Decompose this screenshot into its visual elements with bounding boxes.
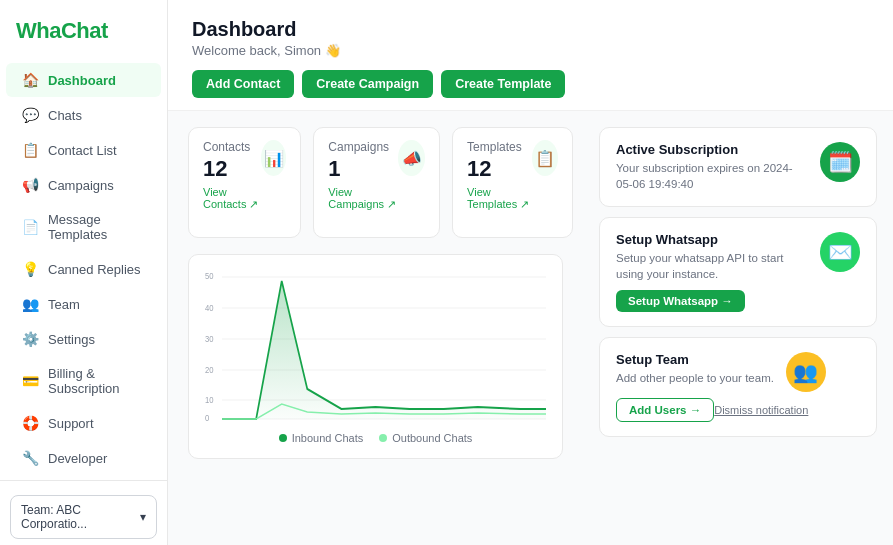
chats-icon: 💬 <box>22 107 38 123</box>
add-users-button[interactable]: Add Users → <box>616 398 714 422</box>
stat-info-contacts: Contacts 12 View Contacts ↗ <box>203 140 261 211</box>
sidebar-item-campaigns[interactable]: 📢Campaigns <box>6 168 161 202</box>
stat-info-campaigns: Campaigns 1 View Campaigns ↗ <box>328 140 398 211</box>
setup-whatsapp-button[interactable]: Setup Whatsapp → <box>616 290 745 312</box>
subscription-card: Active Subscription Your subscription ex… <box>599 127 877 207</box>
sidebar-item-label: Billing & Subscription <box>48 366 145 396</box>
whatsapp-title: Setup Whatsapp <box>616 232 808 247</box>
stat-link-contacts[interactable]: View Contacts ↗ <box>203 186 261 211</box>
sidebar-item-label: Chats <box>48 108 82 123</box>
team-selector[interactable]: Team: ABC Corporatio... ▾ <box>10 495 157 539</box>
sidebar-item-dashboard[interactable]: 🏠Dashboard <box>6 63 161 97</box>
stat-card-contacts: Contacts 12 View Contacts ↗ 📊 <box>188 127 301 238</box>
stats-row: Contacts 12 View Contacts ↗ 📊 Campaigns … <box>188 127 563 238</box>
page-title: Dashboard <box>192 18 869 41</box>
sidebar-item-label: Contact List <box>48 143 117 158</box>
sidebar-bottom: Team: ABC Corporatio... ▾ SJ Simon Joh..… <box>0 480 167 545</box>
team-footer: Add Users → Dismiss notification <box>616 398 808 422</box>
sidebar-item-developer[interactable]: 🔧Developer <box>6 441 161 475</box>
team-desc: Add other people to your team. <box>616 370 774 386</box>
stat-icon-campaigns: 📣 <box>398 140 425 176</box>
whatsapp-desc: Setup your whatsapp API to start using y… <box>616 250 808 282</box>
svg-text:0: 0 <box>205 412 210 423</box>
svg-marker-12 <box>222 281 546 419</box>
sidebar-nav: 🏠Dashboard💬Chats📋Contact List📢Campaigns📄… <box>0 58 167 480</box>
dismiss-button[interactable]: Dismiss notification <box>714 404 808 416</box>
whatsapp-content: Setup Whatsapp Setup your whatsapp API t… <box>616 232 808 312</box>
sidebar-item-billing[interactable]: 💳Billing & Subscription <box>6 357 161 405</box>
chevron-down-icon: ▾ <box>140 510 146 524</box>
stat-label-templates: Templates <box>467 140 532 154</box>
legend-outbound: Outbound Chats <box>379 432 472 444</box>
stat-card-campaigns: Campaigns 1 View Campaigns ↗ 📣 <box>313 127 440 238</box>
campaigns-icon: 📢 <box>22 177 38 193</box>
stat-link-templates[interactable]: View Templates ↗ <box>467 186 532 211</box>
left-content: Contacts 12 View Contacts ↗ 📊 Campaigns … <box>168 111 583 545</box>
subscription-title: Active Subscription <box>616 142 808 157</box>
sidebar-item-support[interactable]: 🛟Support <box>6 406 161 440</box>
team-label: Team: ABC Corporatio... <box>21 503 140 531</box>
subscription-content: Active Subscription Your subscription ex… <box>616 142 808 192</box>
support-icon: 🛟 <box>22 415 38 431</box>
stat-value-templates: 12 <box>467 156 532 182</box>
stat-value-contacts: 12 <box>203 156 261 182</box>
legend-inbound: Inbound Chats <box>279 432 364 444</box>
whatsapp-icon: ✉️ <box>820 232 860 272</box>
main-body: Contacts 12 View Contacts ↗ 📊 Campaigns … <box>168 111 893 545</box>
svg-text:20: 20 <box>205 364 214 375</box>
create-campaign-button[interactable]: Create Campaign <box>302 70 433 98</box>
stat-card-templates: Templates 12 View Templates ↗ 📋 <box>452 127 573 238</box>
logo: WhaChat <box>0 0 167 58</box>
whatsapp-action: Setup Whatsapp → <box>616 290 808 312</box>
sidebar-item-contact-list[interactable]: 📋Contact List <box>6 133 161 167</box>
canned-replies-icon: 💡 <box>22 261 38 277</box>
team-content: Setup Team Add other people to your team… <box>616 352 774 386</box>
team-icon: 👥 <box>786 352 826 392</box>
stat-info-templates: Templates 12 View Templates ↗ <box>467 140 532 211</box>
team-title: Setup Team <box>616 352 774 367</box>
chart-svg: 50 40 30 20 10 0 <box>205 269 546 424</box>
sidebar-item-label: Dashboard <box>48 73 116 88</box>
sidebar-item-label: Canned Replies <box>48 262 141 277</box>
team-icon: 👥 <box>22 296 38 312</box>
sidebar: WhaChat 🏠Dashboard💬Chats📋Contact List📢Ca… <box>0 0 168 545</box>
main-header: Dashboard Welcome back, Simon 👋 Add Cont… <box>168 0 893 111</box>
svg-text:30: 30 <box>205 333 214 344</box>
sidebar-item-label: Settings <box>48 332 95 347</box>
welcome-text: Welcome back, Simon 👋 <box>192 43 869 58</box>
svg-text:10: 10 <box>205 394 214 405</box>
team-card-top: Setup Team Add other people to your team… <box>616 352 826 392</box>
dashboard-icon: 🏠 <box>22 72 38 88</box>
team-card: Setup Team Add other people to your team… <box>599 337 877 437</box>
sidebar-item-label: Developer <box>48 451 107 466</box>
inbound-dot <box>279 434 287 442</box>
sidebar-item-settings[interactable]: ⚙️Settings <box>6 322 161 356</box>
sidebar-item-chats[interactable]: 💬Chats <box>6 98 161 132</box>
main-content: Dashboard Welcome back, Simon 👋 Add Cont… <box>168 0 893 545</box>
stat-label-contacts: Contacts <box>203 140 261 154</box>
add-contact-button[interactable]: Add Contact <box>192 70 294 98</box>
create-template-button[interactable]: Create Template <box>441 70 565 98</box>
chart-area: 50 40 30 20 10 0 <box>205 269 546 424</box>
sidebar-item-canned-replies[interactable]: 💡Canned Replies <box>6 252 161 286</box>
main-actions: Add ContactCreate CampaignCreate Templat… <box>192 70 869 98</box>
sidebar-item-team[interactable]: 👥Team <box>6 287 161 321</box>
developer-icon: 🔧 <box>22 450 38 466</box>
whatsapp-card: Setup Whatsapp Setup your whatsapp API t… <box>599 217 877 327</box>
outbound-dot <box>379 434 387 442</box>
chart-legend: Inbound Chats Outbound Chats <box>205 432 546 444</box>
stat-value-campaigns: 1 <box>328 156 398 182</box>
settings-icon: ⚙️ <box>22 331 38 347</box>
contact-list-icon: 📋 <box>22 142 38 158</box>
sidebar-item-label: Campaigns <box>48 178 114 193</box>
outbound-label: Outbound Chats <box>392 432 472 444</box>
chart-card: 50 40 30 20 10 0 <box>188 254 563 459</box>
sidebar-item-message-templates[interactable]: 📄Message Templates <box>6 203 161 251</box>
message-templates-icon: 📄 <box>22 219 38 235</box>
svg-text:50: 50 <box>205 270 214 281</box>
sidebar-item-label: Support <box>48 416 94 431</box>
stat-icon-contacts: 📊 <box>261 140 286 176</box>
stat-icon-templates: 📋 <box>532 140 558 176</box>
stat-link-campaigns[interactable]: View Campaigns ↗ <box>328 186 398 211</box>
right-panel: Active Subscription Your subscription ex… <box>583 111 893 545</box>
